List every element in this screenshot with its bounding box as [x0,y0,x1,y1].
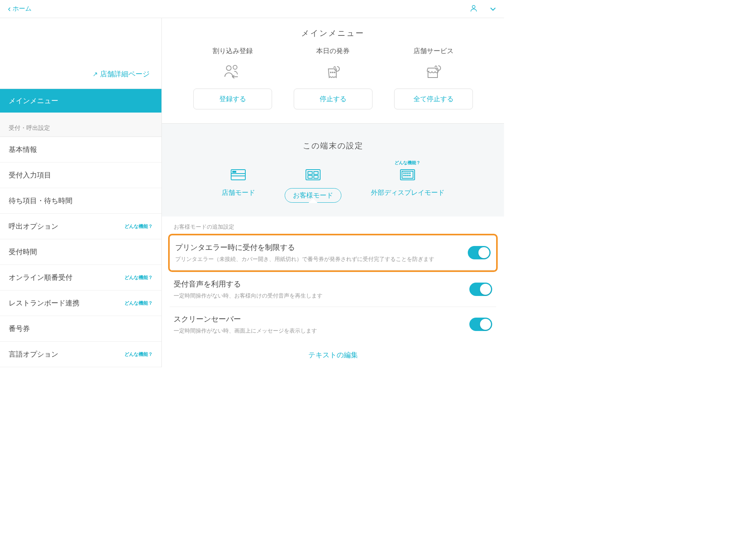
svg-point-18 [406,173,406,174]
sidebar-item-badge[interactable]: どんな機能？ [124,274,153,281]
action-cards: 割り込み登録 登録する 本日の発券 [162,46,504,123]
people-sync-icon [222,63,243,81]
action-card-label: 本日の発券 [316,46,350,55]
sidebar-item-call-options[interactable]: 呼出オプション どんな機能？ [0,214,161,239]
svg-rect-9 [233,171,236,172]
svg-rect-16 [402,171,413,178]
mode-tab-hint[interactable]: どんな機能？ [395,160,421,166]
highlight-box: プリンタエラー時に受付を制限する プリンタエラー（未接続、カバー開き、用紙切れ）… [168,234,498,272]
action-card-label: 店舗サービス [413,46,454,55]
external-link-icon: ↗ [93,70,98,78]
sidebar-top: ↗ 店舗詳細ページ [0,18,161,89]
svg-rect-12 [314,172,318,174]
chevron-down-icon[interactable] [490,6,496,12]
edit-text-link[interactable]: テキストの編集 [170,342,496,367]
sidebar-item-label: 待ち項目・待ち時間 [9,196,72,205]
setting-row-text: プリンタエラー時に受付を制限する プリンタエラー（未接続、カバー開き、用紙切れ）… [175,242,468,263]
sidebar-item-badge[interactable]: どんな機能？ [124,351,153,358]
back-button[interactable]: ‹ ホーム [8,4,32,14]
main-content: メインメニュー 割り込み登録 登録する [162,18,504,367]
display-mode-icon [398,167,417,183]
sidebar-item-label: 受付入力項目 [9,170,51,180]
user-icon[interactable] [469,4,478,14]
sidebar-section-header: 受付・呼出設定 [0,113,161,137]
sidebar-item-reception-fields[interactable]: 受付入力項目 [0,163,161,188]
sidebar-item-label: オンライン順番受付 [9,273,72,282]
sidebar-item-label: 受付時間 [9,247,37,257]
svg-rect-13 [308,176,312,178]
setting-title: スクリーンセーバー [174,314,469,324]
mode-tab-label: 店舗モード [222,188,255,197]
setting-title: プリンタエラー時に受付を制限する [175,242,468,253]
chevron-left-icon: ‹ [8,4,11,14]
stop-all-button[interactable]: 全て停止する [394,89,473,109]
svg-point-23 [408,175,408,176]
sidebar-item-label: 呼出オプション [9,222,58,231]
svg-point-1 [226,66,231,70]
action-card-label: 割り込み登録 [213,46,253,55]
svg-point-24 [410,175,410,176]
mode-tab-display[interactable]: どんな機能？ 外部ディスプレイモード [371,167,445,203]
svg-point-20 [410,173,410,174]
sidebar-item-label: 基本情報 [9,145,37,154]
svg-rect-11 [308,172,312,174]
store-detail-link[interactable]: ↗ 店舗詳細ページ [93,69,150,79]
setting-row-text: スクリーンセーバー 一定時間操作がない時、画面上にメッセージを表示します [174,314,469,335]
sidebar-item-restaurant-board[interactable]: レストランボード連携 どんな機能？ [0,290,161,316]
mode-pointer-icon [308,198,318,203]
sidebar: ↗ 店舗詳細ページ メインメニュー 受付・呼出設定 基本情報 受付入力項目 待ち… [0,18,162,367]
sidebar-item-wait-items[interactable]: 待ち項目・待ち時間 [0,188,161,214]
setting-row-screensaver: スクリーンセーバー 一定時間操作がない時、画面上にメッセージを表示します [170,307,496,342]
action-card-interrupt: 割り込み登録 登録する [193,46,272,109]
settings-subheader: お客様モードの追加設定 [170,216,496,234]
sidebar-item-language[interactable]: 言語オプション どんな機能？ [0,342,161,367]
svg-point-17 [404,173,404,174]
sidebar-item-online-queue[interactable]: オンライン順番受付 どんな機能？ [0,265,161,290]
sidebar-item-badge[interactable]: どんな機能？ [124,223,153,230]
sidebar-item-main-menu[interactable]: メインメニュー [0,89,161,113]
setting-desc: 一定時間操作がない時、お客様向けの受付音声を再生します [174,292,469,300]
mode-tab-label: 外部ディスプレイモード [371,188,445,197]
stop-button[interactable]: 停止する [294,89,372,109]
sidebar-item-label: レストランボード連携 [9,298,80,308]
svg-point-19 [408,173,408,174]
mode-tab-customer[interactable]: お客様モード [285,167,341,203]
store-refresh-icon [423,63,444,81]
setting-title: 受付音声を利用する [174,279,469,289]
sidebar-item-ticket[interactable]: 番号券 [0,316,161,342]
setting-desc: プリンタエラー（未接続、カバー開き、用紙切れ）で番号券が発券されずに受付完了する… [175,256,468,263]
mode-tab-store[interactable]: 店舗モード [222,167,255,203]
svg-point-22 [406,175,406,176]
svg-point-4 [332,72,333,73]
svg-point-5 [334,72,335,73]
sidebar-item-badge[interactable]: どんな機能？ [124,300,153,307]
store-mode-icon [228,167,248,183]
sidebar-item-reception-time[interactable]: 受付時間 [0,239,161,265]
settings-list: お客様モードの追加設定 プリンタエラー時に受付を制限する プリンタエラー（未接続… [162,216,504,367]
setting-row-printer-error: プリンタエラー時に受付を制限する プリンタエラー（未接続、カバー開き、用紙切れ）… [171,235,495,270]
action-card-today-ticket: 本日の発券 停止する [294,46,372,109]
mode-tabs: 店舗モード お客様モード どんな機能？ [162,157,504,216]
sidebar-item-basic-info[interactable]: 基本情報 [0,137,161,163]
register-button[interactable]: 登録する [193,89,272,109]
action-card-store-service: 店舗サービス 全て停止する [394,46,473,109]
setting-desc: 一定時間操作がない時、画面上にメッセージを表示します [174,327,469,335]
svg-point-3 [330,72,331,73]
svg-rect-14 [314,176,318,178]
toggle-printer-error[interactable] [468,246,491,259]
toggle-screensaver[interactable] [469,318,492,331]
back-label: ホーム [13,5,32,13]
setting-row-voice: 受付音声を利用する 一定時間操作がない時、お客様向けの受付音声を再生します [170,272,496,307]
main-menu-section: メインメニュー 割り込み登録 登録する [162,18,504,124]
sidebar-item-label: 言語オプション [9,349,58,359]
svg-point-21 [404,175,404,176]
main-menu-title: メインメニュー [162,18,504,46]
customer-mode-icon [303,167,323,183]
header-right [469,4,496,14]
setting-row-text: 受付音声を利用する 一定時間操作がない時、お客様向けの受付音声を再生します [174,279,469,300]
app-header: ‹ ホーム [0,0,504,18]
toggle-voice[interactable] [469,283,492,296]
sidebar-item-label: 番号券 [9,324,30,333]
receipt-refresh-icon [323,63,343,81]
svg-point-0 [472,5,475,8]
